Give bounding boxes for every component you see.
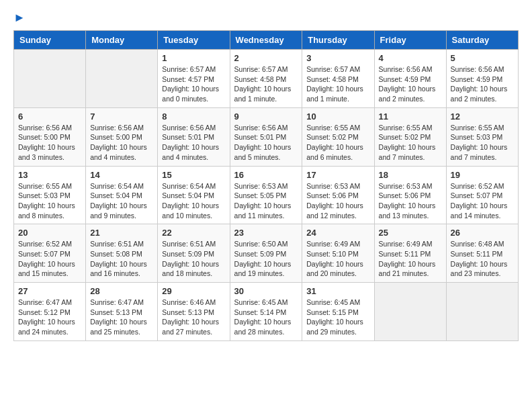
day-number: 17 <box>306 170 369 180</box>
day-info: Sunrise: 6:49 AM Sunset: 5:11 PM Dayligh… <box>379 240 436 277</box>
day-number: 10 <box>306 111 369 122</box>
day-number: 6 <box>18 111 81 122</box>
day-info: Sunrise: 6:53 AM Sunset: 5:06 PM Dayligh… <box>306 182 363 220</box>
day-number: 3 <box>306 53 369 63</box>
calendar: SundayMondayTuesdayWednesdayThursdayFrid… <box>13 30 519 341</box>
day-number: 21 <box>90 228 153 238</box>
calendar-header: SundayMondayTuesdayWednesdayThursdayFrid… <box>14 31 519 50</box>
day-cell: 8Sunrise: 6:56 AM Sunset: 5:01 PM Daylig… <box>158 107 230 166</box>
day-cell: 3Sunrise: 6:57 AM Sunset: 4:58 PM Daylig… <box>302 50 374 108</box>
day-info: Sunrise: 6:51 AM Sunset: 5:09 PM Dayligh… <box>162 240 219 277</box>
day-info: Sunrise: 6:54 AM Sunset: 5:04 PM Dayligh… <box>90 182 147 220</box>
logo-text: ► <box>13 11 26 25</box>
day-number: 26 <box>451 228 514 238</box>
day-cell: 20Sunrise: 6:52 AM Sunset: 5:07 PM Dayli… <box>14 224 86 283</box>
day-info: Sunrise: 6:56 AM Sunset: 5:00 PM Dayligh… <box>18 124 75 161</box>
day-cell: 9Sunrise: 6:56 AM Sunset: 5:01 PM Daylig… <box>230 107 302 166</box>
day-info: Sunrise: 6:56 AM Sunset: 4:59 PM Dayligh… <box>379 65 436 103</box>
day-info: Sunrise: 6:50 AM Sunset: 5:09 PM Dayligh… <box>234 240 292 277</box>
day-info: Sunrise: 6:55 AM Sunset: 5:02 PM Dayligh… <box>306 124 363 161</box>
day-number: 19 <box>451 170 514 180</box>
day-cell: 1Sunrise: 6:57 AM Sunset: 4:57 PM Daylig… <box>158 50 230 108</box>
day-number: 2 <box>234 53 298 63</box>
day-info: Sunrise: 6:52 AM Sunset: 5:07 PM Dayligh… <box>18 240 75 277</box>
day-number: 25 <box>379 228 442 238</box>
day-cell: 23Sunrise: 6:50 AM Sunset: 5:09 PM Dayli… <box>230 224 302 283</box>
day-info: Sunrise: 6:57 AM Sunset: 4:58 PM Dayligh… <box>306 65 363 103</box>
day-cell: 13Sunrise: 6:55 AM Sunset: 5:03 PM Dayli… <box>14 166 86 224</box>
day-info: Sunrise: 6:48 AM Sunset: 5:11 PM Dayligh… <box>451 240 508 277</box>
day-info: Sunrise: 6:47 AM Sunset: 5:13 PM Dayligh… <box>90 298 147 336</box>
day-cell: 31Sunrise: 6:45 AM Sunset: 5:15 PM Dayli… <box>302 283 374 341</box>
day-number: 24 <box>306 228 369 238</box>
day-cell: 7Sunrise: 6:56 AM Sunset: 5:00 PM Daylig… <box>86 107 158 166</box>
day-info: Sunrise: 6:57 AM Sunset: 4:58 PM Dayligh… <box>234 65 292 103</box>
week-row-2: 13Sunrise: 6:55 AM Sunset: 5:03 PM Dayli… <box>14 166 519 224</box>
logo-icon: ► <box>13 11 26 24</box>
day-cell <box>446 283 518 341</box>
day-cell: 27Sunrise: 6:47 AM Sunset: 5:12 PM Dayli… <box>14 283 86 341</box>
day-number: 29 <box>162 286 225 296</box>
day-number: 20 <box>18 228 81 238</box>
day-cell: 4Sunrise: 6:56 AM Sunset: 4:59 PM Daylig… <box>374 50 446 108</box>
day-info: Sunrise: 6:53 AM Sunset: 5:05 PM Dayligh… <box>234 182 292 220</box>
day-cell: 28Sunrise: 6:47 AM Sunset: 5:13 PM Dayli… <box>86 283 158 341</box>
day-number: 18 <box>379 170 442 180</box>
day-number: 22 <box>162 228 225 238</box>
header-row: SundayMondayTuesdayWednesdayThursdayFrid… <box>14 31 519 50</box>
header: ► <box>13 11 519 25</box>
day-cell <box>14 50 86 108</box>
day-info: Sunrise: 6:55 AM Sunset: 5:03 PM Dayligh… <box>18 182 75 220</box>
day-cell: 30Sunrise: 6:45 AM Sunset: 5:14 PM Dayli… <box>230 283 302 341</box>
logo: ► <box>13 11 26 25</box>
day-number: 30 <box>234 286 298 296</box>
week-row-3: 20Sunrise: 6:52 AM Sunset: 5:07 PM Dayli… <box>14 224 519 283</box>
day-info: Sunrise: 6:53 AM Sunset: 5:06 PM Dayligh… <box>379 182 436 220</box>
day-cell: 6Sunrise: 6:56 AM Sunset: 5:00 PM Daylig… <box>14 107 86 166</box>
day-cell: 24Sunrise: 6:49 AM Sunset: 5:10 PM Dayli… <box>302 224 374 283</box>
day-number: 8 <box>162 111 225 122</box>
day-info: Sunrise: 6:55 AM Sunset: 5:02 PM Dayligh… <box>379 124 436 161</box>
column-header-thursday: Thursday <box>302 31 374 50</box>
day-info: Sunrise: 6:52 AM Sunset: 5:07 PM Dayligh… <box>451 182 508 220</box>
day-number: 28 <box>90 286 153 296</box>
day-info: Sunrise: 6:56 AM Sunset: 5:00 PM Dayligh… <box>90 124 147 161</box>
day-number: 9 <box>234 111 298 122</box>
page-container: ► SundayMondayTuesdayWednesdayThursdayFr… <box>0 0 532 352</box>
week-row-4: 27Sunrise: 6:47 AM Sunset: 5:12 PM Dayli… <box>14 283 519 341</box>
day-cell: 22Sunrise: 6:51 AM Sunset: 5:09 PM Dayli… <box>158 224 230 283</box>
day-cell: 25Sunrise: 6:49 AM Sunset: 5:11 PM Dayli… <box>374 224 446 283</box>
day-cell: 18Sunrise: 6:53 AM Sunset: 5:06 PM Dayli… <box>374 166 446 224</box>
column-header-monday: Monday <box>86 31 158 50</box>
day-cell: 21Sunrise: 6:51 AM Sunset: 5:08 PM Dayli… <box>86 224 158 283</box>
day-cell: 15Sunrise: 6:54 AM Sunset: 5:04 PM Dayli… <box>158 166 230 224</box>
day-info: Sunrise: 6:56 AM Sunset: 5:01 PM Dayligh… <box>162 124 219 161</box>
day-info: Sunrise: 6:56 AM Sunset: 5:01 PM Dayligh… <box>234 124 292 161</box>
column-header-wednesday: Wednesday <box>230 31 302 50</box>
day-info: Sunrise: 6:47 AM Sunset: 5:12 PM Dayligh… <box>18 298 75 336</box>
day-number: 1 <box>162 53 225 63</box>
day-cell <box>374 283 446 341</box>
day-number: 11 <box>379 111 442 122</box>
day-number: 4 <box>379 53 442 63</box>
day-number: 31 <box>306 286 369 296</box>
day-number: 13 <box>18 170 81 180</box>
day-cell: 10Sunrise: 6:55 AM Sunset: 5:02 PM Dayli… <box>302 107 374 166</box>
day-number: 12 <box>451 111 514 122</box>
day-cell: 19Sunrise: 6:52 AM Sunset: 5:07 PM Dayli… <box>446 166 518 224</box>
day-number: 27 <box>18 286 81 296</box>
day-info: Sunrise: 6:51 AM Sunset: 5:08 PM Dayligh… <box>90 240 147 277</box>
column-header-saturday: Saturday <box>446 31 518 50</box>
day-info: Sunrise: 6:45 AM Sunset: 5:15 PM Dayligh… <box>306 298 363 336</box>
column-header-tuesday: Tuesday <box>158 31 230 50</box>
day-cell: 2Sunrise: 6:57 AM Sunset: 4:58 PM Daylig… <box>230 50 302 108</box>
day-cell: 26Sunrise: 6:48 AM Sunset: 5:11 PM Dayli… <box>446 224 518 283</box>
day-cell: 29Sunrise: 6:46 AM Sunset: 5:13 PM Dayli… <box>158 283 230 341</box>
day-cell: 5Sunrise: 6:56 AM Sunset: 4:59 PM Daylig… <box>446 50 518 108</box>
day-number: 5 <box>451 53 514 63</box>
day-info: Sunrise: 6:57 AM Sunset: 4:57 PM Dayligh… <box>162 65 219 103</box>
day-number: 7 <box>90 111 153 122</box>
day-info: Sunrise: 6:46 AM Sunset: 5:13 PM Dayligh… <box>162 298 219 336</box>
day-cell: 11Sunrise: 6:55 AM Sunset: 5:02 PM Dayli… <box>374 107 446 166</box>
day-number: 15 <box>162 170 225 180</box>
